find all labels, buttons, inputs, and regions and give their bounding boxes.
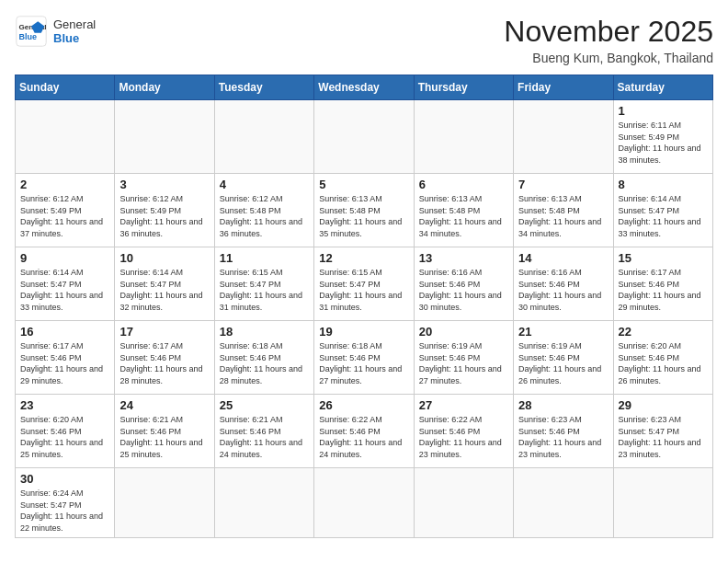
logo-area: General Blue General Blue bbox=[15, 15, 96, 48]
calendar-row-3: 9 Sunrise: 6:14 AM Sunset: 5:47 PM Dayli… bbox=[16, 247, 713, 321]
svg-text:Blue: Blue bbox=[19, 32, 38, 41]
calendar-row-2: 2 Sunrise: 6:12 AM Sunset: 5:49 PM Dayli… bbox=[16, 174, 713, 247]
day-2-info: Sunrise: 6:12 AM Sunset: 5:49 PM Dayligh… bbox=[20, 193, 109, 239]
day-14-cell: 14 Sunrise: 6:16 AM Sunset: 5:46 PM Dayl… bbox=[514, 247, 613, 321]
empty-cell bbox=[314, 100, 414, 174]
empty-cell bbox=[414, 468, 513, 538]
day-9-cell: 9 Sunrise: 6:14 AM Sunset: 5:47 PM Dayli… bbox=[16, 247, 115, 321]
day-8-cell: 8 Sunrise: 6:14 AM Sunset: 5:47 PM Dayli… bbox=[613, 174, 712, 247]
day-1-cell: 1 Sunrise: 6:11 AM Sunset: 5:49 PM Dayli… bbox=[613, 100, 712, 174]
day-1-info: Sunrise: 6:11 AM Sunset: 5:49 PM Dayligh… bbox=[619, 120, 708, 166]
day-11-cell: 11 Sunrise: 6:15 AM Sunset: 5:47 PM Dayl… bbox=[214, 247, 313, 321]
month-title: November 2025 bbox=[504, 15, 713, 49]
header-friday: Friday bbox=[514, 75, 613, 100]
weekday-header-row: Sunday Monday Tuesday Wednesday Thursday… bbox=[16, 75, 713, 100]
page-header: General Blue General Blue November 2025 … bbox=[15, 15, 713, 65]
header-wednesday: Wednesday bbox=[314, 75, 414, 100]
day-21-cell: 21 Sunrise: 6:19 AM Sunset: 5:46 PM Dayl… bbox=[514, 321, 613, 395]
day-13-cell: 13 Sunrise: 6:16 AM Sunset: 5:46 PM Dayl… bbox=[414, 247, 513, 321]
empty-cell bbox=[214, 468, 313, 538]
day-19-cell: 19 Sunrise: 6:18 AM Sunset: 5:46 PM Dayl… bbox=[314, 321, 414, 395]
calendar-row-1: 1 Sunrise: 6:11 AM Sunset: 5:49 PM Dayli… bbox=[16, 100, 713, 174]
day-2-cell: 2 Sunrise: 6:12 AM Sunset: 5:49 PM Dayli… bbox=[16, 174, 115, 247]
empty-cell bbox=[115, 100, 214, 174]
header-sunday: Sunday bbox=[16, 75, 115, 100]
header-tuesday: Tuesday bbox=[214, 75, 313, 100]
calendar-row-5: 23 Sunrise: 6:20 AM Sunset: 5:46 PM Dayl… bbox=[16, 395, 713, 468]
empty-cell bbox=[214, 100, 313, 174]
day-20-cell: 20 Sunrise: 6:19 AM Sunset: 5:46 PM Dayl… bbox=[414, 321, 513, 395]
day-18-cell: 18 Sunrise: 6:18 AM Sunset: 5:46 PM Dayl… bbox=[214, 321, 313, 395]
empty-cell bbox=[613, 468, 712, 538]
day-2-number: 2 bbox=[20, 178, 109, 191]
header-thursday: Thursday bbox=[414, 75, 513, 100]
day-4-cell: 4 Sunrise: 6:12 AM Sunset: 5:48 PM Dayli… bbox=[214, 174, 313, 247]
day-6-cell: 6 Sunrise: 6:13 AM Sunset: 5:48 PM Dayli… bbox=[414, 174, 513, 247]
empty-cell bbox=[115, 468, 214, 538]
logo-blue-text: Blue bbox=[53, 31, 96, 45]
day-3-cell: 3 Sunrise: 6:12 AM Sunset: 5:49 PM Dayli… bbox=[115, 174, 214, 247]
day-24-cell: 24 Sunrise: 6:21 AM Sunset: 5:46 PM Dayl… bbox=[115, 395, 214, 468]
header-saturday: Saturday bbox=[613, 75, 712, 100]
header-monday: Monday bbox=[115, 75, 214, 100]
day-15-cell: 15 Sunrise: 6:17 AM Sunset: 5:46 PM Dayl… bbox=[613, 247, 712, 321]
calendar-row-6: 30 Sunrise: 6:24 AM Sunset: 5:47 PM Dayl… bbox=[16, 468, 713, 538]
empty-cell bbox=[16, 100, 115, 174]
day-30-cell: 30 Sunrise: 6:24 AM Sunset: 5:47 PM Dayl… bbox=[16, 468, 115, 538]
day-27-cell: 27 Sunrise: 6:22 AM Sunset: 5:46 PM Dayl… bbox=[414, 395, 513, 468]
generalblue-logo-icon: General Blue bbox=[15, 15, 48, 48]
empty-cell bbox=[314, 468, 414, 538]
calendar-table: Sunday Monday Tuesday Wednesday Thursday… bbox=[15, 75, 713, 538]
empty-cell bbox=[414, 100, 513, 174]
day-10-cell: 10 Sunrise: 6:14 AM Sunset: 5:47 PM Dayl… bbox=[115, 247, 214, 321]
empty-cell bbox=[514, 100, 613, 174]
day-25-cell: 25 Sunrise: 6:21 AM Sunset: 5:46 PM Dayl… bbox=[214, 395, 313, 468]
day-1-number: 1 bbox=[619, 104, 708, 118]
calendar-row-4: 16 Sunrise: 6:17 AM Sunset: 5:46 PM Dayl… bbox=[16, 321, 713, 395]
day-7-cell: 7 Sunrise: 6:13 AM Sunset: 5:48 PM Dayli… bbox=[514, 174, 613, 247]
day-1-sunrise: Sunrise: 6:11 AM bbox=[619, 120, 708, 132]
day-1-sunset: Sunset: 5:49 PM bbox=[619, 132, 708, 144]
day-26-cell: 26 Sunrise: 6:22 AM Sunset: 5:46 PM Dayl… bbox=[314, 395, 414, 468]
day-12-cell: 12 Sunrise: 6:15 AM Sunset: 5:47 PM Dayl… bbox=[314, 247, 414, 321]
empty-cell bbox=[514, 468, 613, 538]
day-22-cell: 22 Sunrise: 6:20 AM Sunset: 5:46 PM Dayl… bbox=[613, 321, 712, 395]
day-29-cell: 29 Sunrise: 6:23 AM Sunset: 5:47 PM Dayl… bbox=[613, 395, 712, 468]
day-5-cell: 5 Sunrise: 6:13 AM Sunset: 5:48 PM Dayli… bbox=[314, 174, 414, 247]
title-area: November 2025 Bueng Kum, Bangkok, Thaila… bbox=[504, 15, 713, 65]
day-28-cell: 28 Sunrise: 6:23 AM Sunset: 5:46 PM Dayl… bbox=[514, 395, 613, 468]
day-23-cell: 23 Sunrise: 6:20 AM Sunset: 5:46 PM Dayl… bbox=[16, 395, 115, 468]
location-title: Bueng Kum, Bangkok, Thailand bbox=[504, 51, 713, 65]
logo-general-text: General bbox=[53, 17, 96, 31]
day-1-daylight: Daylight: 11 hours and 38 minutes. bbox=[619, 143, 708, 166]
day-17-cell: 17 Sunrise: 6:17 AM Sunset: 5:46 PM Dayl… bbox=[115, 321, 214, 395]
day-16-cell: 16 Sunrise: 6:17 AM Sunset: 5:46 PM Dayl… bbox=[16, 321, 115, 395]
